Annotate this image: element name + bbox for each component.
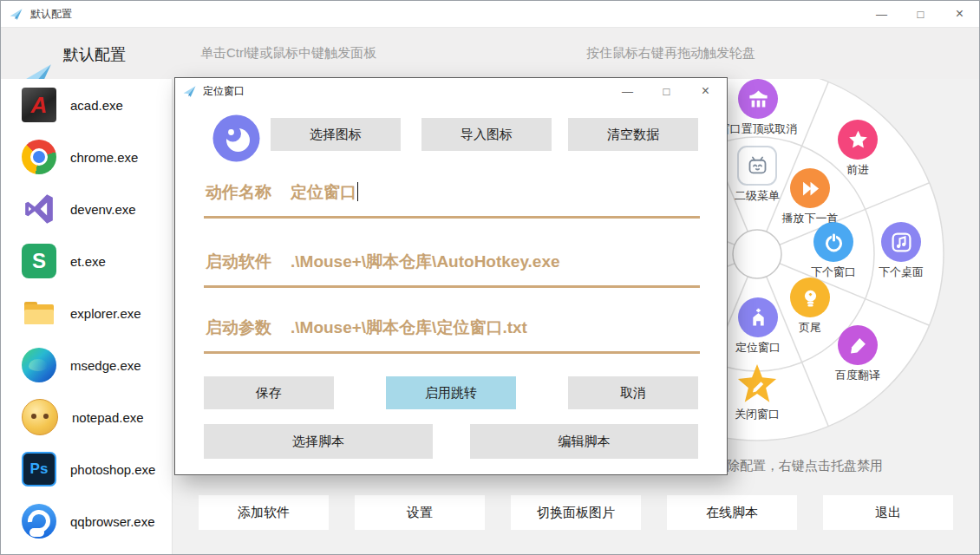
launch-software-value: .\Mouse+\脚本仓库\AutoHotkey.exe [291, 251, 560, 273]
cancel-button[interactable]: 取消 [568, 376, 698, 409]
switch-panel-image-button[interactable]: 切换面板图片 [511, 495, 641, 530]
save-button[interactable]: 保存 [204, 376, 334, 409]
sidebar-item-notepad[interactable]: notepad.exe [1, 391, 172, 443]
chrome-icon [22, 140, 56, 174]
page-end-icon [790, 278, 830, 317]
select-script-button[interactable]: 选择脚本 [204, 424, 433, 459]
footer-toolbar: 添加软件 设置 切换面板图片 在线脚本 退出 [1, 495, 979, 530]
add-software-button[interactable]: 添加软件 [199, 495, 329, 530]
header: 默认配置 单击Ctrl键或鼠标中键触发面板 按住鼠标右键再拖动触发轮盘 [1, 27, 979, 79]
baidu-translate-icon [838, 325, 878, 365]
clear-data-button[interactable]: 清空数据 [568, 118, 698, 151]
next-track-icon [790, 168, 830, 208]
action-name-field[interactable]: 动作名称 定位窗口 [204, 165, 700, 219]
app-sidebar: A acad.exe chrome.exe devenv.exe S et.ex… [1, 79, 173, 555]
action-moon-icon[interactable] [212, 114, 260, 162]
enable-jump-button[interactable]: 启用跳转 [386, 376, 516, 409]
sidebar-item-et[interactable]: S et.exe [1, 235, 172, 287]
launch-params-value: .\Mouse+\脚本仓库\定位窗口.txt [291, 317, 527, 339]
close-button[interactable]: × [940, 1, 979, 27]
locate-window-icon [738, 297, 778, 337]
launch-params-field[interactable]: 启动参数 .\Mouse+\脚本仓库\定位窗口.txt [204, 300, 700, 354]
doge-icon [22, 399, 58, 435]
app-plane-icon [9, 7, 23, 22]
next-window-icon [813, 222, 853, 262]
hint-wheel-trigger: 按住鼠标右键再拖动触发轮盘 [586, 45, 755, 62]
dialog-minimize-button[interactable]: — [608, 78, 647, 104]
sidebar-item-msedge[interactable]: msedge.exe [1, 339, 172, 391]
autocad-icon: A [22, 88, 56, 122]
select-icon-button[interactable]: 选择图标 [271, 118, 401, 151]
sidebar-item-explorer[interactable]: explorer.exe [1, 287, 172, 339]
action-name-label: 动作名称 [206, 181, 271, 204]
dialog-maximize-button[interactable]: □ [647, 78, 686, 104]
forward-icon [838, 120, 878, 160]
sidebar-item-photoshop[interactable]: Ps photoshop.exe [1, 443, 172, 495]
visual-studio-icon [22, 192, 56, 226]
wps-et-icon: S [22, 244, 56, 278]
dialog-title: 定位窗口 [203, 84, 245, 99]
hint-panel-trigger: 单击Ctrl键或鼠标中键触发面板 [200, 45, 376, 62]
edit-script-button[interactable]: 编辑脚本 [470, 424, 698, 459]
action-name-value: 定位窗口 [291, 181, 358, 204]
dialog-close-button[interactable]: × [686, 78, 725, 104]
launch-software-field[interactable]: 启动软件 .\Mouse+\脚本仓库\AutoHotkey.exe [204, 234, 700, 288]
settings-button[interactable]: 设置 [355, 495, 485, 530]
locate-window-dialog: 定位窗口 — □ × 选择图标 导入图标 清空数据 动作名称 定位窗口 启动软件… [174, 77, 728, 475]
launch-params-label: 启动参数 [206, 317, 271, 339]
folder-icon [22, 296, 56, 330]
exit-button[interactable]: 退出 [823, 495, 953, 530]
window-titlebar: 默认配置 — □ × [1, 1, 979, 28]
dialog-titlebar: 定位窗口 — □ × [175, 78, 727, 104]
import-icon-button[interactable]: 导入图标 [421, 118, 552, 151]
photoshop-icon: Ps [22, 452, 56, 486]
sidebar-item-devenv[interactable]: devenv.exe [1, 183, 172, 235]
text-caret [357, 182, 358, 201]
sidebar-item-chrome[interactable]: chrome.exe [1, 131, 172, 183]
online-scripts-button[interactable]: 在线脚本 [667, 495, 797, 530]
maximize-button[interactable]: □ [901, 1, 940, 27]
profile-title: 默认配置 [63, 44, 126, 65]
dialog-plane-icon [182, 84, 197, 99]
edge-icon [22, 348, 56, 382]
minimize-button[interactable]: — [862, 1, 901, 27]
pin-top-icon [738, 79, 778, 119]
sidebar-item-acad[interactable]: A acad.exe [1, 79, 172, 131]
submenu-face-icon [737, 146, 777, 186]
launch-software-label: 启动软件 [206, 251, 271, 273]
window-title: 默认配置 [30, 7, 72, 22]
next-desktop-icon [881, 222, 921, 262]
